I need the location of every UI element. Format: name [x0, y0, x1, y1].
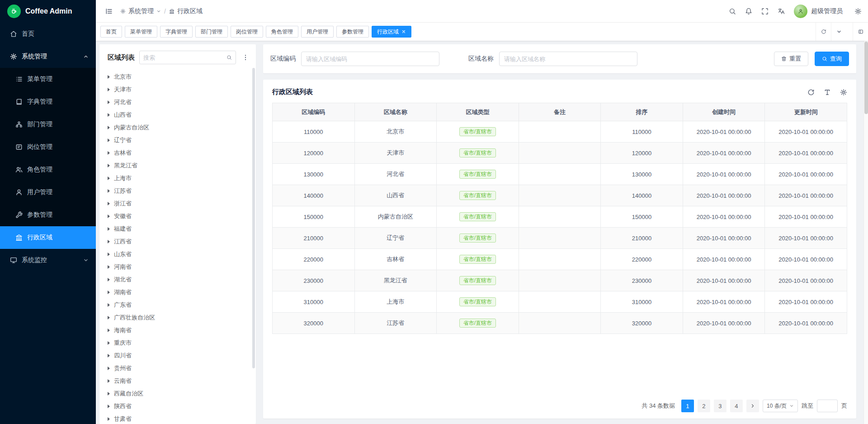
sidebar-item-dept-mgmt[interactable]: 部门管理 — [0, 113, 96, 136]
sidebar-item-system-monitor[interactable]: 系统监控 — [0, 249, 96, 272]
expand-arrow-icon[interactable] — [108, 405, 110, 408]
region-code-input[interactable] — [301, 52, 439, 66]
expand-arrow-icon[interactable] — [108, 126, 110, 129]
expand-arrow-icon[interactable] — [108, 75, 110, 79]
tree-item[interactable]: 甘肃省 — [99, 413, 256, 424]
tab-close-icon[interactable] — [401, 29, 406, 34]
expand-arrow-icon[interactable] — [108, 354, 110, 357]
breadcrumb-region[interactable]: 行政区域 — [169, 7, 203, 15]
collapse-sidebar-button[interactable] — [101, 0, 117, 23]
expand-arrow-icon[interactable] — [108, 240, 110, 243]
page-button-3[interactable]: 3 — [714, 400, 726, 412]
tab-role-mgmt[interactable]: 角色管理 — [266, 26, 298, 38]
tree-item[interactable]: 西藏自治区 — [99, 387, 256, 400]
expand-arrow-icon[interactable] — [108, 379, 110, 383]
bell-icon[interactable] — [745, 8, 752, 15]
expand-arrow-icon[interactable] — [108, 113, 110, 117]
refresh-icon[interactable] — [807, 89, 815, 96]
tree-item[interactable]: 云南省 — [99, 375, 256, 387]
expand-arrow-icon[interactable] — [108, 278, 110, 281]
tree-item[interactable]: 内蒙古自治区 — [99, 121, 256, 134]
page-button-2[interactable]: 2 — [698, 400, 710, 412]
tab-param-mgmt[interactable]: 参数管理 — [336, 26, 369, 38]
tree-item[interactable]: 河北省 — [99, 96, 256, 109]
tree-item[interactable]: 浙江省 — [99, 197, 256, 210]
next-page-button[interactable] — [746, 400, 759, 412]
tab-dict-mgmt[interactable]: 字典管理 — [160, 26, 193, 38]
expand-arrow-icon[interactable] — [108, 367, 110, 370]
tab-post-mgmt[interactable]: 岗位管理 — [231, 26, 263, 38]
page-scrollbar-thumb[interactable] — [864, 42, 868, 114]
tab-region[interactable]: 行政区域 — [372, 26, 411, 38]
tree-scrollbar-thumb[interactable] — [252, 68, 255, 368]
column-settings-gear-icon[interactable] — [840, 89, 847, 96]
sidebar-item-menu-mgmt[interactable]: 菜单管理 — [0, 68, 96, 91]
settings-gear-icon[interactable] — [854, 8, 862, 15]
expand-arrow-icon[interactable] — [108, 189, 110, 193]
tab-user-mgmt[interactable]: 用户管理 — [301, 26, 334, 38]
jump-page-input[interactable] — [817, 400, 838, 412]
tab-home[interactable]: 首页 — [100, 26, 122, 38]
fullscreen-icon[interactable] — [761, 8, 769, 15]
tree-search-button[interactable] — [223, 51, 236, 64]
tree-item[interactable]: 湖北省 — [99, 273, 256, 286]
expand-arrow-icon[interactable] — [108, 316, 110, 319]
tree-item[interactable]: 陕西省 — [99, 400, 256, 413]
tree-item[interactable]: 海南省 — [99, 324, 256, 337]
tree-item[interactable]: 山东省 — [99, 248, 256, 261]
sidebar-item-system-mgmt[interactable]: 系统管理 — [0, 45, 96, 68]
tree-item[interactable]: 黑龙江省 — [99, 159, 256, 172]
user-menu[interactable]: 超级管理员 — [794, 5, 843, 18]
expand-arrow-icon[interactable] — [108, 176, 110, 180]
page-size-select[interactable]: 10 条/页 — [763, 400, 798, 412]
query-button[interactable]: 查询 — [815, 52, 849, 66]
reset-button[interactable]: 重置 — [774, 52, 808, 66]
expand-arrow-icon[interactable] — [108, 341, 110, 345]
expand-arrow-icon[interactable] — [108, 329, 110, 332]
tree-item[interactable]: 山西省 — [99, 109, 256, 121]
font-size-icon[interactable] — [824, 89, 831, 96]
sidebar-item-param-mgmt[interactable]: 参数管理 — [0, 204, 96, 226]
sidebar-item-region[interactable]: 行政区域 — [0, 226, 96, 249]
breadcrumb-system-mgmt[interactable]: 系统管理 — [120, 7, 161, 15]
translate-icon[interactable] — [778, 8, 785, 15]
expand-arrow-icon[interactable] — [108, 303, 110, 307]
expand-arrow-icon[interactable] — [108, 417, 110, 421]
expand-arrow-icon[interactable] — [108, 392, 110, 395]
tree-item[interactable]: 河南省 — [99, 261, 256, 273]
expand-arrow-icon[interactable] — [108, 88, 110, 91]
expand-arrow-icon[interactable] — [108, 227, 110, 231]
expand-arrow-icon[interactable] — [108, 252, 110, 256]
tree-item[interactable]: 重庆市 — [99, 337, 256, 349]
sidebar-item-user-mgmt[interactable]: 用户管理 — [0, 181, 96, 204]
tab-menu-mgmt[interactable]: 菜单管理 — [125, 26, 157, 38]
tree-item[interactable]: 广西壮族自治区 — [99, 311, 256, 324]
tab-options-button[interactable] — [831, 23, 846, 41]
sidebar-item-home[interactable]: 首页 — [0, 23, 96, 45]
tree-more-button[interactable] — [241, 54, 250, 61]
expand-arrow-icon[interactable] — [108, 151, 110, 155]
tree-item[interactable]: 贵州省 — [99, 362, 256, 375]
tree-search-input[interactable] — [140, 54, 223, 61]
tree-item[interactable]: 广东省 — [99, 299, 256, 311]
page-button-1[interactable]: 1 — [681, 400, 694, 412]
tab-dept-mgmt[interactable]: 部门管理 — [195, 26, 228, 38]
tree-item[interactable]: 北京市 — [99, 71, 256, 83]
expand-arrow-icon[interactable] — [108, 202, 110, 205]
expand-arrow-icon[interactable] — [108, 291, 110, 294]
page-button-4[interactable]: 4 — [730, 400, 743, 412]
tree-item[interactable]: 福建省 — [99, 223, 256, 235]
sidebar-item-post-mgmt[interactable]: 岗位管理 — [0, 136, 96, 158]
expand-arrow-icon[interactable] — [108, 138, 110, 142]
tree-item[interactable]: 江西省 — [99, 235, 256, 248]
tree-item[interactable]: 湖南省 — [99, 286, 256, 299]
tree-item[interactable]: 吉林省 — [99, 147, 256, 159]
sidebar-item-dict-mgmt[interactable]: 字典管理 — [0, 91, 96, 113]
expand-arrow-icon[interactable] — [108, 214, 110, 218]
tree-item[interactable]: 辽宁省 — [99, 134, 256, 147]
region-name-input[interactable] — [499, 52, 637, 66]
search-icon[interactable] — [729, 8, 736, 15]
expand-arrow-icon[interactable] — [108, 100, 110, 104]
expand-arrow-icon[interactable] — [108, 164, 110, 167]
expand-arrow-icon[interactable] — [108, 265, 110, 269]
